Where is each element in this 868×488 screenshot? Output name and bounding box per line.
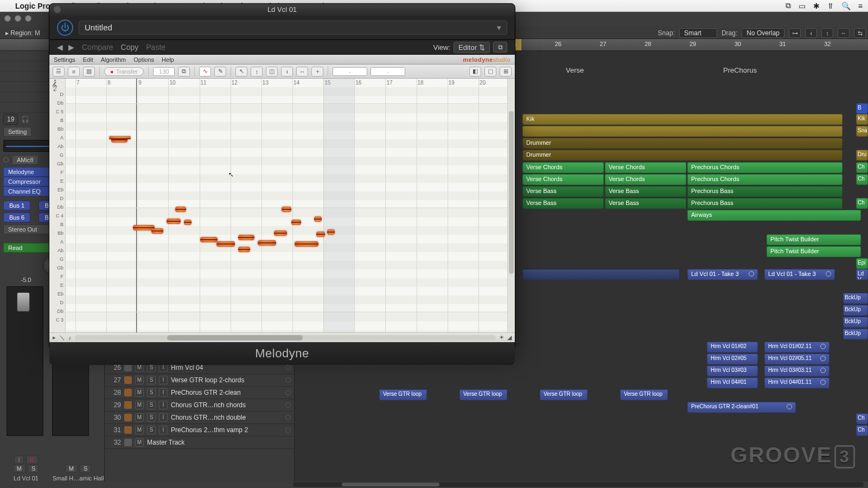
- send-bus-6[interactable]: Bus 6: [3, 213, 30, 222]
- mel-menu-algorithm[interactable]: Algorithm: [101, 56, 126, 63]
- value-field-2[interactable]: -: [371, 67, 405, 76]
- clip-prechorus-gtr[interactable]: PreChorus GTR 2-clean#01: [687, 402, 796, 413]
- send-bus-1[interactable]: Bus 1: [3, 201, 30, 210]
- mute-button[interactable]: M: [135, 438, 144, 447]
- clip-hrm1[interactable]: Hrm Vcl 01#02: [707, 342, 758, 352]
- section-marker-prechorus[interactable]: PreChorus: [723, 66, 757, 74]
- drag-select[interactable]: No Overlap: [742, 28, 784, 38]
- vertical-scrollbar[interactable]: [507, 79, 515, 332]
- clip-snare-empty[interactable]: [522, 126, 843, 137]
- full-view-icon[interactable]: ▢: [484, 67, 496, 76]
- note-icon[interactable]: ♪: [68, 335, 72, 341]
- zoom-fit-icon[interactable]: ✶: [499, 334, 504, 341]
- clip-verse-bass[interactable]: Verse Bass: [522, 198, 604, 209]
- add-tool-icon[interactable]: ＋: [311, 67, 323, 76]
- clip-edge-kik[interactable]: Kik: [856, 114, 868, 125]
- clip-edge-ch[interactable]: Ch: [856, 198, 868, 209]
- view-select[interactable]: Editor⇅: [454, 42, 490, 53]
- ruler-icon[interactable]: ＼: [59, 333, 65, 342]
- fader-track-left[interactable]: [7, 286, 43, 436]
- display-icon[interactable]: ▭: [799, 2, 806, 10]
- align-tool-icon[interactable]: ⫞: [805, 28, 817, 38]
- list-icon[interactable]: ≡: [858, 2, 863, 10]
- clip-prechorus-bass[interactable]: Prechorus Bass: [687, 186, 843, 197]
- mute-button-right[interactable]: M: [65, 464, 78, 473]
- wifi-icon[interactable]: ⥣: [827, 2, 834, 10]
- compare-button[interactable]: Compare: [82, 43, 113, 52]
- spotlight-icon[interactable]: 🔍: [841, 2, 851, 10]
- track-icon[interactable]: [124, 414, 132, 421]
- view-levels-icon[interactable]: ≡: [68, 67, 80, 76]
- view-list-icon[interactable]: ☰: [53, 67, 65, 76]
- mute-button[interactable]: M: [135, 376, 144, 384]
- mod-tool-icon[interactable]: ✎: [214, 67, 226, 76]
- clip-pitch-twist-builder[interactable]: Pitch Twist Builder: [767, 246, 861, 257]
- preset-select[interactable]: Untitled▾: [79, 21, 507, 35]
- clip-drummer-a[interactable]: Drummer: [522, 138, 843, 149]
- freeze-icon[interactable]: [285, 427, 291, 433]
- split-tool-icon[interactable]: ⫞: [281, 67, 293, 76]
- pointer-tool-icon[interactable]: ↕: [821, 28, 833, 38]
- input-button[interactable]: I: [159, 376, 168, 384]
- clip-edge-ch[interactable]: Ch: [856, 413, 868, 424]
- mute-button-left[interactable]: M: [13, 464, 25, 473]
- value-field-1[interactable]: -: [333, 67, 367, 76]
- next-preset-icon[interactable]: ▶: [68, 43, 74, 52]
- clip-edge-ldv[interactable]: Ld V: [856, 269, 868, 280]
- track-icon[interactable]: [124, 401, 132, 409]
- snap-select[interactable]: Smart: [679, 28, 717, 38]
- clip-pitch-twist-builder[interactable]: Pitch Twist Builder: [767, 234, 861, 245]
- resize-handle-icon[interactable]: ◢: [507, 334, 512, 341]
- clip-edge-sna[interactable]: Sna: [856, 126, 868, 137]
- clip-verse-chords[interactable]: Verse Chords: [522, 174, 604, 185]
- clip-hrm4[interactable]: Hrm Vcl 04#01: [707, 377, 758, 388]
- clip-hrm3[interactable]: Hrm Vcl 03#03: [707, 365, 758, 376]
- input-enable-icon[interactable]: [3, 157, 9, 163]
- input-monitor-i[interactable]: I: [14, 455, 23, 464]
- freeze-icon[interactable]: [285, 402, 291, 408]
- mute-button[interactable]: M: [135, 426, 144, 434]
- melodyne-editor[interactable]: 𝄞 DDbC 5BBbAAbGGbFEEbDDbC 4BBbAAbGGbFEEb…: [49, 79, 515, 332]
- play-icon[interactable]: ▸: [53, 334, 56, 341]
- input-button[interactable]: I: [159, 401, 168, 409]
- note-grid[interactable]: ↖ 789101112131415161718192021: [66, 79, 507, 332]
- clip-edge-ch[interactable]: Ch: [856, 425, 868, 436]
- clip-hrm2[interactable]: Hrm Vcl 02#05: [707, 354, 758, 364]
- track-icon[interactable]: [124, 364, 132, 371]
- clip-hrm3b[interactable]: Hrm Vcl 03#03.11: [764, 365, 829, 376]
- solo-button[interactable]: S: [147, 376, 156, 384]
- track-icon[interactable]: [124, 426, 132, 434]
- move-tool-icon[interactable]: ↕: [251, 67, 263, 76]
- clip-verse-chords[interactable]: Verse Chords: [605, 162, 686, 173]
- clip-edge-ch[interactable]: Ch: [856, 162, 868, 173]
- mel-menu-settings[interactable]: Settings: [54, 56, 75, 63]
- playhead[interactable]: [136, 79, 137, 332]
- window-traffic-lights[interactable]: [4, 15, 31, 22]
- clip-verse-chords[interactable]: Verse Chords: [522, 162, 604, 173]
- input-select[interactable]: AMic8: [12, 155, 39, 165]
- arrange-h-scrollbar[interactable]: [293, 482, 864, 487]
- solo-button[interactable]: S: [147, 401, 156, 409]
- horizontal-scrollbar[interactable]: [75, 335, 496, 341]
- track-view-icon[interactable]: ◧: [469, 67, 481, 76]
- link-button-icon[interactable]: ⧉: [493, 42, 507, 53]
- clip-edge-ch[interactable]: Ch: [856, 174, 868, 185]
- setting-button[interactable]: Setting: [3, 127, 31, 137]
- track-icon[interactable]: [124, 389, 132, 396]
- clip-edge-bckup[interactable]: BckUp: [843, 305, 868, 316]
- prev-preset-icon[interactable]: ◀: [57, 43, 63, 52]
- mel-menu-options[interactable]: Options: [133, 56, 154, 63]
- clip-gtr-loop[interactable]: Verse GTR loop: [620, 389, 668, 400]
- clip-verse-bass[interactable]: Verse Bass: [605, 186, 686, 197]
- clip-prechorus-chords[interactable]: Prechorus Chords: [687, 174, 843, 185]
- track-row[interactable]: 30MSIChorus GTR…nch double: [105, 412, 294, 424]
- clip-verse-bass[interactable]: Verse Bass: [522, 186, 604, 197]
- view-bars-icon[interactable]: ▥: [83, 67, 95, 76]
- input-button[interactable]: I: [159, 413, 168, 422]
- clip-edge-bckup[interactable]: BckUp: [843, 317, 868, 328]
- track-row[interactable]: 31MSIPreChorus 2…thm vamp 2: [105, 424, 294, 436]
- input-button[interactable]: I: [159, 388, 168, 397]
- arrow-tool-icon[interactable]: ↖: [235, 67, 247, 76]
- mel-menu-edit[interactable]: Edit: [83, 56, 93, 63]
- solo-button-right[interactable]: S: [80, 464, 91, 473]
